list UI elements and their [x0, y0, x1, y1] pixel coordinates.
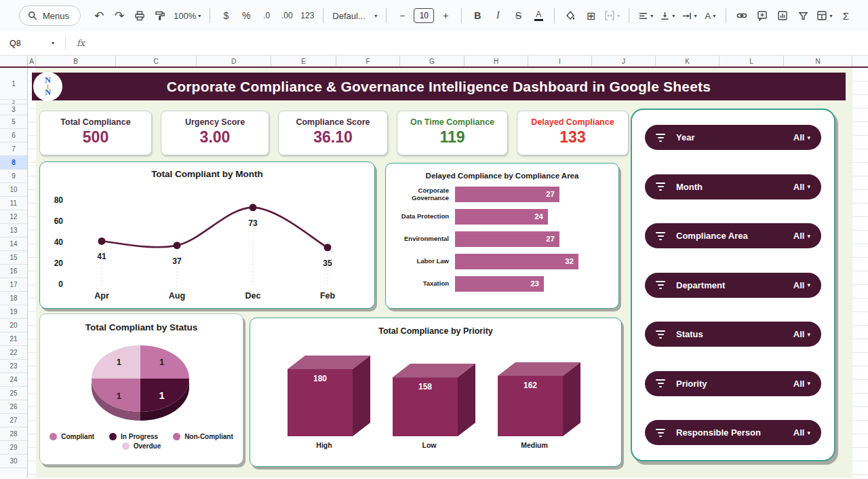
kpi-value: 119: [397, 128, 507, 147]
row-header-23[interactable]: 23: [0, 360, 27, 373]
filter-bar: [659, 436, 662, 437]
row-header-6[interactable]: 6: [0, 129, 27, 142]
row-header-28[interactable]: 28: [0, 427, 27, 441]
row-header-12[interactable]: 12: [0, 210, 27, 224]
column-header-B[interactable]: B: [36, 56, 116, 66]
column-header-A[interactable]: A: [28, 56, 36, 66]
row-header-9[interactable]: 9: [0, 170, 27, 183]
column-header-F[interactable]: F: [336, 56, 400, 66]
strikethrough-button[interactable]: S: [509, 7, 527, 24]
table-views-button[interactable]: ▾: [814, 7, 834, 24]
row-header-29[interactable]: 29: [0, 441, 27, 455]
row-header-21[interactable]: 21: [0, 332, 27, 346]
print-button[interactable]: [131, 7, 149, 24]
row-header-19[interactable]: 19: [0, 305, 27, 319]
vertical-align-button[interactable]: ▾: [658, 7, 677, 24]
decrease-decimal-button[interactable]: .0: [258, 7, 275, 24]
column-header-J[interactable]: J: [592, 56, 656, 66]
column-header-L[interactable]: L: [719, 56, 784, 66]
filter-compliance-area[interactable]: Compliance AreaAll▾: [645, 223, 821, 248]
text-color-button[interactable]: A: [530, 7, 547, 24]
column-header-I[interactable]: I: [528, 56, 592, 66]
column-header-N[interactable]: N: [784, 56, 852, 66]
column-header-G[interactable]: G: [400, 56, 465, 66]
filter-responsible-person[interactable]: Responsible PersonAll▾: [645, 420, 821, 445]
row-header-1[interactable]: 1: [0, 68, 27, 100]
bar-chart-card[interactable]: Delayed Compliance by Compliance Area Co…: [385, 163, 619, 309]
menus-search[interactable]: Menus: [19, 5, 81, 26]
text-rotation-button[interactable]: A ▾: [701, 7, 719, 24]
row-header-10[interactable]: 10: [0, 183, 27, 197]
filter-month[interactable]: MonthAll▾: [645, 174, 821, 199]
row-header-8[interactable]: 8: [0, 156, 27, 170]
row-header-16[interactable]: 16: [0, 265, 27, 278]
fill-color-button[interactable]: [561, 7, 579, 24]
zoom-select[interactable]: 100%▾: [172, 7, 203, 24]
bar-value-label: 32: [565, 254, 574, 269]
borders-button[interactable]: ⊞: [582, 7, 599, 24]
text-wrap-button[interactable]: ▾: [679, 7, 698, 24]
formula-input[interactable]: [85, 31, 868, 55]
fx-icon: fx: [77, 38, 85, 48]
more-formats-button[interactable]: 123: [298, 7, 316, 24]
redo-button[interactable]: ↷: [111, 7, 128, 24]
filter-department[interactable]: DepartmentAll▾: [645, 273, 821, 298]
increase-font-size-button[interactable]: +: [437, 7, 454, 24]
row-header-14[interactable]: 14: [0, 237, 27, 251]
undo-button[interactable]: ↶: [90, 7, 108, 24]
kpi-card-total-compliance: Total Compliance500: [39, 111, 152, 155]
y-tick-label: 60: [54, 216, 64, 226]
row-header-7[interactable]: 7: [0, 142, 27, 156]
font-select[interactable]: Defaul...▾: [330, 7, 379, 24]
row-header-30[interactable]: 30: [0, 455, 27, 468]
column-header-D[interactable]: D: [197, 56, 271, 66]
row-header-15[interactable]: 15: [0, 251, 27, 265]
insert-comment-button[interactable]: [753, 7, 771, 24]
column-header-H[interactable]: H: [465, 56, 528, 66]
row-header-18[interactable]: 18: [0, 292, 27, 305]
filter-priority[interactable]: PriorityAll▾: [645, 371, 821, 396]
row-header-25[interactable]: 25: [0, 387, 27, 400]
filter-year[interactable]: YearAll▾: [645, 125, 821, 150]
font-size-input[interactable]: 10: [414, 8, 434, 23]
row-header-20[interactable]: 20: [0, 319, 27, 332]
pie-chart-card[interactable]: Total Compliant by Status 1111 Compliant…: [39, 313, 243, 465]
x-tick-label: Feb: [320, 291, 336, 301]
paint-format-button[interactable]: [151, 7, 169, 24]
row-header-13[interactable]: 13: [0, 224, 27, 237]
bold-button[interactable]: B: [469, 7, 486, 24]
decrease-font-size-button[interactable]: −: [393, 7, 411, 24]
merge-cells-button[interactable]: ▾: [602, 7, 622, 24]
row-header-17[interactable]: 17: [0, 278, 27, 292]
increase-decimal-button[interactable]: .00: [278, 7, 296, 24]
row-header-5[interactable]: 5: [0, 115, 27, 129]
functions-button[interactable]: Σ: [837, 7, 854, 24]
row-header-3[interactable]: 3: [0, 104, 27, 115]
horizontal-align-button[interactable]: ▾: [636, 7, 655, 24]
column-header-K[interactable]: K: [656, 56, 719, 66]
row-header-22[interactable]: 22: [0, 346, 27, 360]
italic-button[interactable]: I: [489, 7, 507, 24]
row-header-27[interactable]: 27: [0, 414, 27, 427]
select-all-corner[interactable]: [0, 56, 28, 66]
line-chart-card[interactable]: Total Compliant by Month 806040200413773…: [39, 161, 375, 309]
filter-list-icon: [654, 330, 667, 339]
row-header-11[interactable]: 11: [0, 197, 27, 210]
sheet-canvas[interactable]: N t N Corporate Compliance & Governance …: [28, 68, 852, 478]
currency-format-button[interactable]: $: [217, 7, 235, 24]
comment-plus-icon: [757, 10, 768, 21]
insert-link-button[interactable]: [733, 7, 751, 24]
row-header-24[interactable]: 24: [0, 373, 27, 387]
name-box[interactable]: Q8 ▾: [0, 39, 60, 48]
create-filter-button[interactable]: [794, 7, 812, 24]
insert-chart-button[interactable]: [774, 7, 791, 24]
column-header-C[interactable]: C: [116, 56, 197, 66]
percent-format-button[interactable]: %: [237, 7, 255, 24]
filter-status[interactable]: StatusAll▾: [645, 322, 821, 347]
row-header-26[interactable]: 26: [0, 400, 27, 414]
priority-chart-card[interactable]: Total Compliance by Priority 180High158L…: [250, 318, 622, 467]
bar-chart-title: Delayed Compliance by Compliance Area: [386, 164, 618, 180]
column-header-E[interactable]: E: [271, 56, 336, 66]
row-header-2[interactable]: 2: [0, 100, 27, 104]
filter-label: Status: [676, 329, 793, 339]
